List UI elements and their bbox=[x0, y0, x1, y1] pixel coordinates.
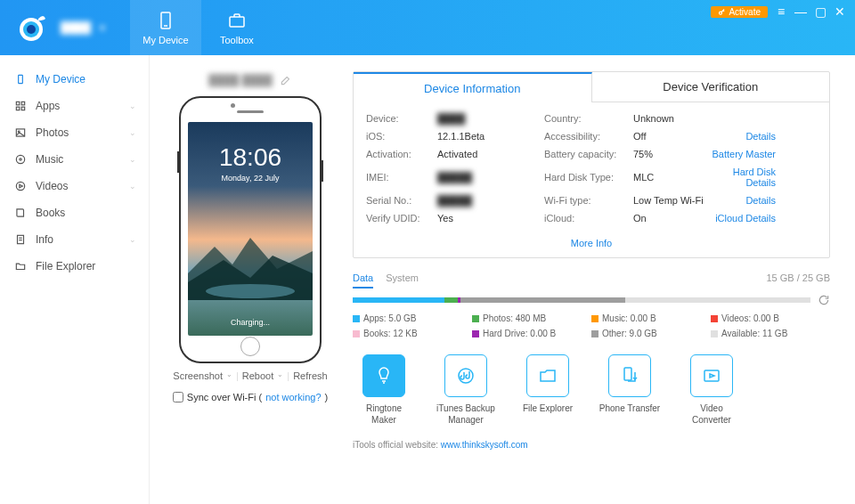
close-icon[interactable]: ✕ bbox=[834, 5, 846, 18]
chevron-down-icon: ⌄ bbox=[129, 155, 136, 164]
label-hdtype: Hard Disk Type: bbox=[544, 172, 633, 183]
books-icon bbox=[14, 207, 27, 219]
header-tab-mydevice[interactable]: My Device bbox=[130, 0, 201, 55]
label-activation: Activation: bbox=[366, 149, 437, 159]
tool-ringtone-maker[interactable]: Ringtone Maker bbox=[353, 354, 415, 426]
link-wifi-details[interactable]: Details bbox=[704, 195, 776, 206]
sidebar-label: Apps bbox=[36, 100, 60, 112]
device-dropdown[interactable]: ████▼ bbox=[61, 21, 107, 34]
label-serial: Serial No.: bbox=[366, 195, 437, 206]
website-link[interactable]: www.thinkskysoft.com bbox=[441, 440, 528, 450]
info-icon bbox=[14, 233, 27, 246]
tool-label: Ringtone Maker bbox=[353, 402, 415, 426]
sidebar-item-mydevice[interactable]: My Device bbox=[0, 66, 149, 93]
menu-icon[interactable]: ≡ bbox=[775, 5, 787, 18]
legend-item: Books: 12 KB bbox=[353, 329, 472, 338]
window-controls: Activate ≡ — ▢ ✕ bbox=[711, 5, 846, 18]
tool-icon bbox=[526, 354, 569, 397]
tab-device-verification[interactable]: Device Verification bbox=[592, 72, 830, 102]
legend-item: Hard Drive: 0.00 B bbox=[472, 329, 591, 338]
sidebar-item-books[interactable]: Books bbox=[0, 199, 149, 226]
sidebar: My Device Apps ⌄ Photos ⌄ Music ⌄ Videos… bbox=[0, 55, 150, 504]
app-header: ████▼ My Device Toolbox Activate ≡ — ▢ ✕ bbox=[0, 0, 855, 55]
val-activation: Activated bbox=[437, 149, 544, 159]
tool-label: Video Converter bbox=[680, 402, 743, 426]
legend-item: Videos: 0.00 B bbox=[711, 313, 830, 323]
tool-icon bbox=[690, 354, 733, 397]
storage-total: 15 GB / 25 GB bbox=[766, 272, 830, 289]
toolbox-icon bbox=[226, 10, 248, 31]
label-icloud: iCloud: bbox=[544, 213, 633, 224]
tool-file-explorer[interactable]: File Explorer bbox=[517, 354, 579, 426]
legend-item: Apps: 5.0 GB bbox=[353, 313, 472, 323]
home-button-icon bbox=[240, 337, 260, 356]
minimize-icon[interactable]: — bbox=[794, 5, 807, 18]
tool-icon bbox=[362, 354, 405, 397]
link-hd-details[interactable]: Hard Disk Details bbox=[704, 167, 776, 188]
val-battery: 75% bbox=[633, 149, 704, 159]
storage-tab-data[interactable]: Data bbox=[353, 272, 373, 289]
tool-video-converter[interactable]: Video Converter bbox=[680, 354, 743, 426]
footer-link: iTools official website: www.thinkskysof… bbox=[353, 440, 830, 450]
chevron-down-icon: ⌄ bbox=[129, 102, 136, 110]
sidebar-item-apps[interactable]: Apps ⌄ bbox=[0, 93, 149, 119]
sidebar-item-music[interactable]: Music ⌄ bbox=[0, 146, 149, 173]
header-tab-toolbox[interactable]: Toolbox bbox=[201, 0, 273, 55]
wallpaper-illustration bbox=[188, 229, 313, 300]
sidebar-label: My Device bbox=[36, 73, 86, 85]
app-logo bbox=[9, 5, 53, 50]
svg-point-6 bbox=[720, 12, 722, 14]
tool-label: Phone Transfer bbox=[599, 402, 660, 414]
sidebar-label: File Explorer bbox=[36, 260, 95, 272]
val-icloud: On bbox=[633, 213, 704, 224]
music-icon bbox=[14, 153, 27, 166]
refresh-button[interactable]: Refresh bbox=[293, 370, 328, 381]
apps-icon bbox=[14, 100, 27, 112]
device-icon bbox=[155, 10, 176, 31]
sync-wifi-checkbox[interactable] bbox=[173, 392, 183, 402]
label-battery: Battery capacity: bbox=[544, 149, 633, 159]
svg-point-14 bbox=[16, 155, 24, 163]
tool-label: File Explorer bbox=[523, 402, 573, 414]
legend-item: Available: 11 GB bbox=[711, 329, 830, 338]
sidebar-item-fileexplorer[interactable]: File Explorer bbox=[0, 253, 149, 280]
sync-label: Sync over Wi-Fi ( bbox=[187, 392, 262, 402]
storage-tab-system[interactable]: System bbox=[386, 272, 419, 289]
sidebar-label: Videos bbox=[36, 180, 68, 192]
svg-rect-11 bbox=[21, 107, 25, 110]
photos-icon bbox=[14, 126, 27, 139]
storage-legend: Apps: 5.0 GBPhotos: 480 MBMusic: 0.00 BV… bbox=[353, 313, 830, 338]
legend-item: Other: 9.0 GB bbox=[591, 329, 711, 338]
header-tab-label: My Device bbox=[142, 35, 188, 45]
sidebar-item-photos[interactable]: Photos ⌄ bbox=[0, 119, 149, 146]
tab-device-information[interactable]: Device Information bbox=[354, 72, 592, 102]
videos-icon bbox=[14, 180, 27, 192]
val-wifi: Low Temp Wi-Fi bbox=[633, 195, 704, 206]
link-icloud-details[interactable]: iCloud Details bbox=[704, 213, 776, 224]
tool-itunes-backup-manager[interactable]: iTunes Backup Manager bbox=[435, 354, 497, 426]
phone-date: Monday, 22 July bbox=[222, 174, 280, 183]
link-battery-master[interactable]: Battery Master bbox=[704, 149, 776, 159]
edit-icon[interactable] bbox=[280, 74, 292, 86]
sidebar-item-info[interactable]: Info ⌄ bbox=[0, 226, 149, 253]
reboot-button[interactable]: Reboot bbox=[242, 370, 273, 381]
maximize-icon[interactable]: ▢ bbox=[814, 5, 826, 18]
svg-point-15 bbox=[20, 159, 21, 160]
phone-time: 18:06 bbox=[219, 143, 281, 172]
more-info-link[interactable]: More Info bbox=[354, 229, 829, 257]
storage-bar bbox=[353, 297, 810, 303]
sidebar-item-videos[interactable]: Videos ⌄ bbox=[0, 173, 149, 199]
device-info-grid: Device:████ Country:Unknown iOS:12.1.1Be… bbox=[354, 102, 829, 229]
tool-phone-transfer[interactable]: Phone Transfer bbox=[598, 354, 661, 426]
svg-point-2 bbox=[27, 25, 36, 34]
not-working-link[interactable]: not working? bbox=[265, 392, 321, 402]
header-tab-label: Toolbox bbox=[220, 35, 254, 45]
refresh-icon[interactable] bbox=[818, 294, 830, 306]
svg-rect-8 bbox=[16, 102, 20, 105]
svg-rect-23 bbox=[704, 370, 719, 381]
val-hdtype: MLC bbox=[633, 172, 704, 183]
activate-button[interactable]: Activate bbox=[711, 6, 768, 18]
screenshot-button[interactable]: Screenshot bbox=[173, 370, 223, 381]
svg-rect-9 bbox=[21, 102, 25, 105]
link-accessibility-details[interactable]: Details bbox=[704, 131, 776, 142]
